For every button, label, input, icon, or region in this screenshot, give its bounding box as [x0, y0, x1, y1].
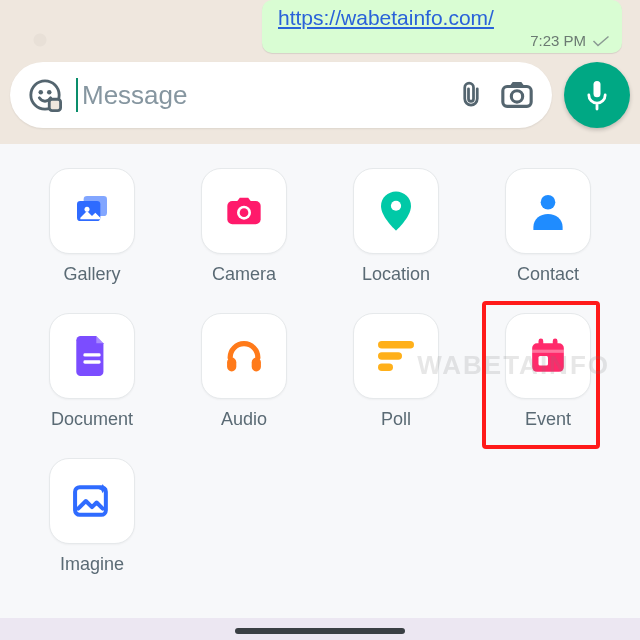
svg-rect-20	[378, 352, 402, 360]
imagine-icon	[72, 481, 112, 521]
attachment-label: Event	[525, 409, 571, 430]
svg-point-5	[511, 91, 522, 102]
composer-row	[10, 62, 630, 128]
svg-point-12	[240, 208, 249, 217]
sent-check-icon	[592, 35, 610, 47]
attachment-label: Contact	[517, 264, 579, 285]
svg-point-2	[47, 90, 52, 95]
svg-point-1	[38, 90, 43, 95]
svg-point-14	[541, 195, 556, 210]
attachment-tile	[353, 313, 439, 399]
home-indicator	[235, 628, 405, 634]
message-input[interactable]	[82, 80, 442, 111]
outgoing-message-bubble[interactable]: https://wabetainfo.com/ 7:23 PM	[262, 0, 622, 53]
attachment-option-location[interactable]: Location	[344, 168, 448, 285]
attachment-option-camera[interactable]: Camera	[192, 168, 296, 285]
svg-rect-15	[83, 353, 100, 356]
contact-icon	[530, 192, 566, 230]
event-icon	[529, 337, 567, 375]
attachment-option-audio[interactable]: Audio	[192, 313, 296, 430]
svg-rect-16	[83, 360, 100, 363]
svg-rect-25	[532, 350, 564, 353]
poll-icon	[378, 340, 414, 372]
attachment-option-poll[interactable]: Poll	[344, 313, 448, 430]
attachment-label: Camera	[212, 264, 276, 285]
attachment-option-document[interactable]: Document	[40, 313, 144, 430]
location-icon	[381, 191, 411, 231]
attachment-tile	[353, 168, 439, 254]
gallery-icon	[72, 191, 112, 231]
svg-rect-6	[594, 81, 601, 97]
attach-icon[interactable]	[456, 78, 486, 112]
svg-rect-26	[539, 356, 549, 366]
attachment-label: Imagine	[60, 554, 124, 575]
attachment-sheet: Gallery Camera Location Contact Document…	[0, 144, 640, 640]
attachment-option-event[interactable]: Event	[496, 313, 600, 430]
svg-rect-17	[227, 358, 236, 372]
attachment-tile	[505, 168, 591, 254]
attachment-label: Poll	[381, 409, 411, 430]
text-caret	[76, 78, 78, 112]
svg-rect-23	[539, 339, 544, 349]
attachment-tile	[201, 168, 287, 254]
attachment-label: Gallery	[63, 264, 120, 285]
document-icon	[76, 336, 108, 376]
camera-shortcut-icon[interactable]	[500, 80, 534, 110]
svg-rect-24	[553, 339, 558, 349]
svg-rect-18	[252, 358, 261, 372]
attachment-label: Audio	[221, 409, 267, 430]
attachment-tile	[49, 458, 135, 544]
svg-point-13	[391, 201, 401, 211]
message-link[interactable]: https://wabetainfo.com/	[278, 6, 494, 29]
message-meta: 7:23 PM	[278, 32, 610, 49]
svg-rect-27	[75, 487, 106, 515]
svg-rect-19	[378, 341, 414, 349]
audio-icon	[224, 336, 264, 376]
attachment-label: Document	[51, 409, 133, 430]
attachment-label: Location	[362, 264, 430, 285]
sticker-emoji-icon[interactable]	[28, 78, 62, 112]
mic-icon	[583, 78, 611, 112]
attachment-tile	[201, 313, 287, 399]
message-time: 7:23 PM	[530, 32, 586, 49]
attachment-tile	[505, 313, 591, 399]
composer-pill	[10, 62, 552, 128]
attachment-tile	[49, 168, 135, 254]
svg-rect-3	[49, 99, 60, 110]
camera-icon	[224, 194, 264, 228]
attachment-option-imagine[interactable]: Imagine	[40, 458, 144, 575]
attachment-tile	[49, 313, 135, 399]
attachment-option-contact[interactable]: Contact	[496, 168, 600, 285]
svg-rect-21	[378, 364, 393, 372]
mic-button[interactable]	[564, 62, 630, 128]
attachment-option-gallery[interactable]: Gallery	[40, 168, 144, 285]
